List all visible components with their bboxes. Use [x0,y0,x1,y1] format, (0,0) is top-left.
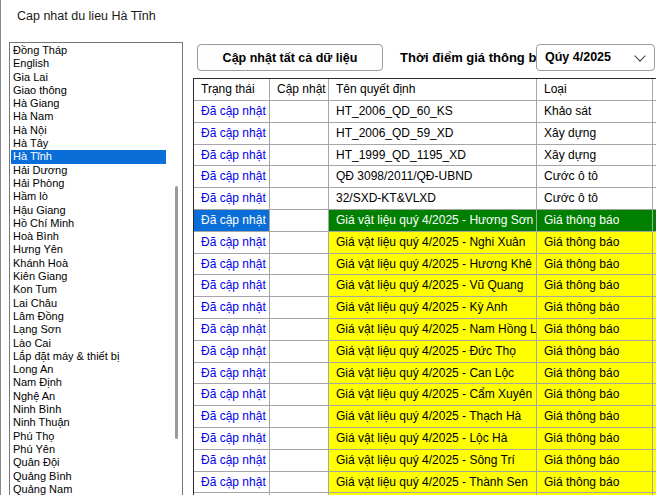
table-row[interactable]: Đã cập nhậtGiá vật liệu quý 4/2025 - Cẩm… [194,384,656,406]
province-item[interactable]: Hải Phòng [11,177,166,190]
cell-name[interactable]: HT_2006_QD_59_XD [329,123,537,145]
cell-update[interactable] [270,363,329,385]
province-item[interactable]: Hậu Giang [11,204,166,217]
table-row[interactable]: Đã cập nhậtGiá vật liệu quý 4/2025 - Thà… [194,472,656,494]
province-item[interactable]: Kiên Giang [11,270,166,283]
province-item[interactable]: Phú Thọ [11,430,166,443]
table-row[interactable]: Đã cập nhậtGiá vật liệu quý 4/2025 - Đức… [194,341,656,363]
table-row[interactable]: Đã cập nhậtGiá vật liệu quý 4/2025 - Lộc… [194,428,656,450]
cell-update[interactable] [270,341,329,363]
cell-type[interactable]: Giá thông báo [537,297,653,319]
cell-status[interactable]: Đã cập nhật [194,406,270,428]
cell-type[interactable]: Giá thông báo [537,450,653,472]
province-item[interactable]: Kon Tum [11,283,166,296]
cell-update[interactable] [270,428,329,450]
province-item[interactable]: Nghệ An [11,390,166,403]
cell-update[interactable] [270,101,329,123]
period-combobox[interactable]: Qúy 4/2025 [536,44,655,71]
table-row[interactable]: Đã cập nhậtHT_1999_QD_1195_XDXây dựng [194,145,656,167]
cell-name[interactable]: Giá vật liệu quý 4/2025 - Sông Trí [329,450,537,472]
listbox-scrollbar-thumb[interactable] [175,186,178,439]
cell-status[interactable]: Đã cập nhật [194,341,270,363]
cell-name[interactable]: 32/SXD-KT&VLXD [329,188,537,210]
cell-type[interactable]: Giá thông báo [537,232,653,254]
cell-type[interactable]: Giá thông báo [537,341,653,363]
province-item[interactable]: Quảng Nam [11,483,166,495]
cell-name[interactable]: Giá vật liệu quý 4/2025 - Thành Sen [329,472,537,494]
cell-status[interactable]: Đã cập nhật [194,384,270,406]
cell-type[interactable]: Xây dựng [537,145,653,167]
table-row[interactable]: Đã cập nhậtQĐ 3098/2011/QĐ-UBNDCước ô tô [194,166,656,188]
cell-status[interactable]: Đã cập nhật [194,123,270,145]
table-row[interactable]: Đã cập nhậtGiá vật liệu quý 4/2025 - Can… [194,363,656,385]
province-item[interactable]: Giao thông [11,84,166,97]
province-item[interactable]: Ninh Bình [11,403,166,416]
province-item[interactable]: Hầm lò [11,190,166,203]
column-header-type[interactable]: Loại [537,79,653,101]
cell-name[interactable]: QĐ 3098/2011/QĐ-UBND [329,166,537,188]
province-item[interactable]: Long An [11,363,166,376]
cell-update[interactable] [270,188,329,210]
province-item[interactable]: Lạng Sơn [11,323,166,336]
province-item[interactable]: Lào Cai [11,337,166,350]
province-item[interactable]: Đồng Tháp [11,44,166,57]
cell-name[interactable]: Giá vật liệu quý 4/2025 - Can Lộc [329,363,537,385]
window-titlebar[interactable]: Cap nhat du lieu Hà Tĩnh [1,0,656,38]
province-item[interactable]: Nam Định [11,376,166,389]
province-listbox[interactable]: Đồng ThápEnglishGia LaiGiao thôngHà Gian… [9,42,183,495]
cell-status[interactable]: Đã cập nhật [194,450,270,472]
cell-type[interactable]: Giá thông báo [537,384,653,406]
cell-type[interactable]: Khảo sát [537,101,653,123]
cell-update[interactable] [270,406,329,428]
province-item[interactable]: Gia Lai [11,71,166,84]
cell-name[interactable]: Giá vật liệu quý 4/2025 - Cẩm Xuyên [329,384,537,406]
cell-status[interactable]: Đã cập nhật [194,297,270,319]
table-row[interactable]: Đã cập nhậtGiá vật liệu quý 4/2025 - Ngh… [194,232,656,254]
cell-type[interactable]: Giá thông báo [537,363,653,385]
table-row[interactable]: Đã cập nhậtGiá vật liệu quý 4/2025 - Hươ… [194,210,656,232]
cell-name[interactable]: Giá vật liệu quý 4/2025 - Lộc Hà [329,428,537,450]
cell-status[interactable]: Đã cập nhật [194,472,270,494]
province-item[interactable]: English [11,57,166,70]
cell-status[interactable]: Đã cập nhật [194,166,270,188]
province-item[interactable]: Hồ Chí Minh [11,217,166,230]
cell-name[interactable]: Giá vật liệu quý 4/2025 - Hương Khê [329,254,537,276]
cell-type[interactable]: Cước ô tô [537,188,653,210]
cell-name[interactable]: Giá vật liệu quý 4/2025 - Hương Sơn [329,210,537,232]
cell-update[interactable] [270,166,329,188]
cell-status[interactable]: Đã cập nhật [194,319,270,341]
cell-update[interactable] [270,472,329,494]
cell-status[interactable]: Đã cập nhật [194,254,270,276]
cell-type[interactable]: Giá thông báo [537,428,653,450]
province-item[interactable]: Quân Đội [11,456,166,469]
cell-type[interactable]: Giá thông báo [537,210,653,232]
province-item[interactable]: Hà Nam [11,110,166,123]
table-row[interactable]: Đã cập nhậtGiá vật liệu quý 4/2025 - Nam… [194,319,656,341]
province-item[interactable]: Hà Giang [11,97,166,110]
cell-type[interactable]: Cước ô tô [537,166,653,188]
table-row[interactable]: Đã cập nhậtGiá vật liệu quý 4/2025 - Sôn… [194,450,656,472]
cell-type[interactable]: Giá thông báo [537,406,653,428]
province-item[interactable]: Hưng Yên [11,243,166,256]
cell-update[interactable] [270,450,329,472]
province-item[interactable]: Hà Tĩnh [11,150,166,163]
cell-update[interactable] [270,232,329,254]
province-item[interactable]: Hà Nội [11,124,166,137]
cell-name[interactable]: Giá vật liệu quý 4/2025 - Đức Thọ [329,341,537,363]
cell-status[interactable]: Đã cập nhật [194,210,270,232]
cell-status[interactable]: Đã cập nhật [194,275,270,297]
cell-update[interactable] [270,145,329,167]
column-header-status[interactable]: Trạng thái [194,79,270,101]
cell-status[interactable]: Đã cập nhật [194,363,270,385]
cell-type[interactable]: Giá thông báo [537,254,653,276]
province-item[interactable]: Lai Châu [11,297,166,310]
cell-name[interactable]: Giá vật liệu quý 4/2025 - Nam Hồng Lĩnh [329,319,537,341]
cell-update[interactable] [270,275,329,297]
province-item[interactable]: Khánh Hoà [11,257,166,270]
cell-update[interactable] [270,319,329,341]
table-row[interactable]: Đã cập nhậtGiá vật liệu quý 4/2025 - Thạ… [194,406,656,428]
cell-update[interactable] [270,210,329,232]
cell-status[interactable]: Đã cập nhật [194,101,270,123]
cell-type[interactable]: Xây dựng [537,123,653,145]
cell-status[interactable]: Đã cập nhật [194,145,270,167]
